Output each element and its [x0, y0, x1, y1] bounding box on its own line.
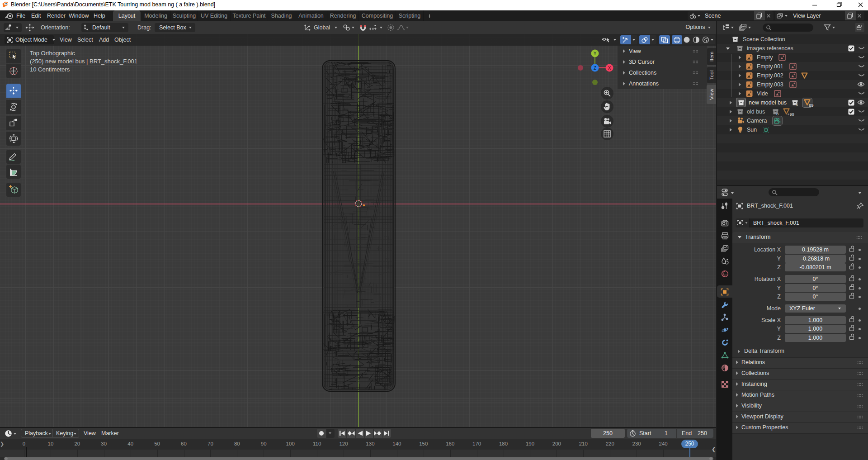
svg-text:Y: Y [594, 51, 597, 56]
svg-text:Z: Z [594, 66, 596, 71]
svg-text:X: X [608, 66, 611, 71]
